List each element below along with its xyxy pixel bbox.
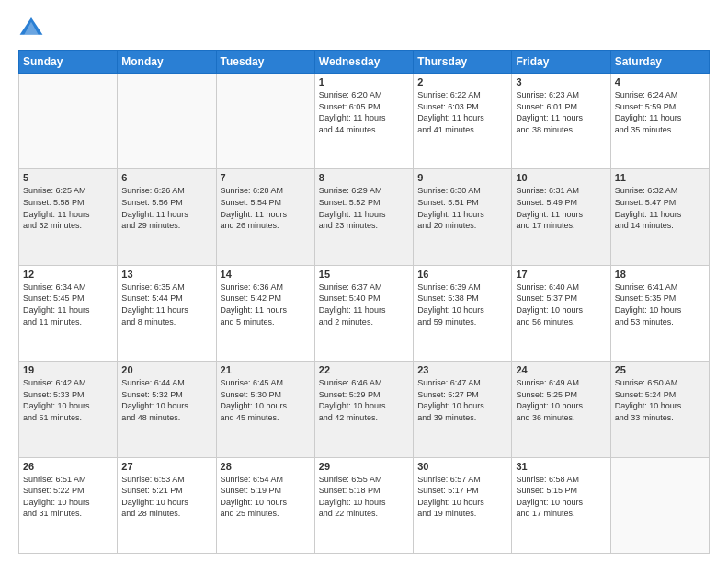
calendar-day-cell: 23Sunrise: 6:47 AM Sunset: 5:27 PM Dayli…	[414, 362, 512, 457]
day-info: Sunrise: 6:45 AM Sunset: 5:30 PM Dayligh…	[221, 377, 311, 423]
calendar-day-cell: 11Sunrise: 6:32 AM Sunset: 5:47 PM Dayli…	[610, 169, 709, 265]
day-number: 6	[121, 172, 211, 183]
calendar-day-cell: 15Sunrise: 6:37 AM Sunset: 5:40 PM Dayli…	[314, 265, 413, 361]
day-info: Sunrise: 6:28 AM Sunset: 5:54 PM Dayligh…	[221, 185, 311, 231]
page: SundayMondayTuesdayWednesdayThursdayFrid…	[0, 0, 728, 563]
day-number: 21	[221, 364, 311, 375]
calendar-day-cell: 16Sunrise: 6:39 AM Sunset: 5:38 PM Dayli…	[414, 265, 512, 361]
day-number: 13	[121, 269, 211, 280]
day-info: Sunrise: 6:32 AM Sunset: 5:47 PM Dayligh…	[615, 185, 705, 231]
calendar-week-row: 12Sunrise: 6:34 AM Sunset: 5:45 PM Dayli…	[19, 265, 710, 361]
day-info: Sunrise: 6:39 AM Sunset: 5:38 PM Dayligh…	[417, 282, 507, 327]
day-info: Sunrise: 6:44 AM Sunset: 5:32 PM Dayligh…	[121, 377, 211, 423]
day-number: 12	[23, 269, 113, 280]
day-number: 5	[23, 172, 113, 183]
calendar-day-cell: 29Sunrise: 6:55 AM Sunset: 5:18 PM Dayli…	[314, 457, 413, 553]
day-info: Sunrise: 6:50 AM Sunset: 5:24 PM Dayligh…	[615, 377, 705, 423]
calendar-day-cell: 31Sunrise: 6:58 AM Sunset: 5:15 PM Dayli…	[512, 457, 610, 553]
day-number: 26	[23, 461, 113, 472]
day-number: 17	[516, 269, 606, 280]
calendar-week-row: 19Sunrise: 6:42 AM Sunset: 5:33 PM Dayli…	[19, 362, 710, 457]
day-info: Sunrise: 6:42 AM Sunset: 5:33 PM Dayligh…	[23, 377, 113, 423]
day-info: Sunrise: 6:30 AM Sunset: 5:51 PM Dayligh…	[417, 185, 507, 231]
calendar-day-cell: 14Sunrise: 6:36 AM Sunset: 5:42 PM Dayli…	[216, 265, 314, 361]
day-number: 15	[319, 269, 409, 280]
day-number: 22	[319, 364, 409, 375]
day-info: Sunrise: 6:53 AM Sunset: 5:21 PM Dayligh…	[121, 474, 211, 520]
day-info: Sunrise: 6:20 AM Sunset: 6:05 PM Dayligh…	[319, 89, 409, 135]
day-info: Sunrise: 6:57 AM Sunset: 5:17 PM Dayligh…	[417, 474, 507, 520]
day-number: 1	[319, 76, 409, 87]
day-number: 27	[121, 461, 211, 472]
day-number: 25	[615, 364, 705, 375]
day-number: 3	[516, 76, 606, 87]
day-info: Sunrise: 6:47 AM Sunset: 5:27 PM Dayligh…	[417, 377, 507, 423]
calendar-day-cell	[610, 457, 709, 553]
day-number: 31	[516, 461, 606, 472]
day-info: Sunrise: 6:46 AM Sunset: 5:29 PM Dayligh…	[319, 377, 409, 423]
day-info: Sunrise: 6:36 AM Sunset: 5:42 PM Dayligh…	[221, 282, 311, 327]
col-header-wednesday: Wednesday	[314, 51, 413, 74]
day-info: Sunrise: 6:49 AM Sunset: 5:25 PM Dayligh…	[516, 377, 606, 423]
calendar-day-cell: 26Sunrise: 6:51 AM Sunset: 5:22 PM Dayli…	[19, 457, 118, 553]
calendar-day-cell: 24Sunrise: 6:49 AM Sunset: 5:25 PM Dayli…	[512, 362, 610, 457]
calendar-day-cell	[19, 74, 118, 169]
header	[18, 15, 710, 40]
day-info: Sunrise: 6:41 AM Sunset: 5:35 PM Dayligh…	[615, 282, 705, 327]
calendar-day-cell: 8Sunrise: 6:29 AM Sunset: 5:52 PM Daylig…	[314, 169, 413, 265]
col-header-friday: Friday	[512, 51, 610, 74]
day-number: 8	[319, 172, 409, 183]
day-info: Sunrise: 6:25 AM Sunset: 5:58 PM Dayligh…	[23, 185, 113, 231]
calendar-day-cell: 3Sunrise: 6:23 AM Sunset: 6:01 PM Daylig…	[512, 74, 610, 169]
col-header-sunday: Sunday	[19, 51, 118, 74]
logo-icon	[18, 15, 44, 40]
logo	[18, 15, 48, 40]
calendar-day-cell: 13Sunrise: 6:35 AM Sunset: 5:44 PM Dayli…	[118, 265, 216, 361]
calendar-header-row: SundayMondayTuesdayWednesdayThursdayFrid…	[19, 51, 710, 74]
calendar-day-cell: 28Sunrise: 6:54 AM Sunset: 5:19 PM Dayli…	[216, 457, 314, 553]
day-number: 20	[121, 364, 211, 375]
calendar-day-cell: 19Sunrise: 6:42 AM Sunset: 5:33 PM Dayli…	[19, 362, 118, 457]
day-info: Sunrise: 6:31 AM Sunset: 5:49 PM Dayligh…	[516, 185, 606, 231]
calendar-day-cell: 2Sunrise: 6:22 AM Sunset: 6:03 PM Daylig…	[414, 74, 512, 169]
calendar-day-cell: 7Sunrise: 6:28 AM Sunset: 5:54 PM Daylig…	[216, 169, 314, 265]
day-info: Sunrise: 6:24 AM Sunset: 5:59 PM Dayligh…	[615, 89, 705, 135]
col-header-tuesday: Tuesday	[216, 51, 314, 74]
day-number: 19	[23, 364, 113, 375]
calendar-day-cell: 1Sunrise: 6:20 AM Sunset: 6:05 PM Daylig…	[314, 74, 413, 169]
calendar-day-cell: 25Sunrise: 6:50 AM Sunset: 5:24 PM Dayli…	[610, 362, 709, 457]
calendar-week-row: 26Sunrise: 6:51 AM Sunset: 5:22 PM Dayli…	[19, 457, 710, 553]
day-info: Sunrise: 6:22 AM Sunset: 6:03 PM Dayligh…	[417, 89, 507, 135]
calendar-day-cell: 5Sunrise: 6:25 AM Sunset: 5:58 PM Daylig…	[19, 169, 118, 265]
calendar-day-cell	[216, 74, 314, 169]
day-info: Sunrise: 6:54 AM Sunset: 5:19 PM Dayligh…	[221, 474, 311, 520]
day-number: 28	[221, 461, 311, 472]
day-number: 4	[615, 76, 705, 87]
calendar-day-cell: 27Sunrise: 6:53 AM Sunset: 5:21 PM Dayli…	[118, 457, 216, 553]
day-info: Sunrise: 6:23 AM Sunset: 6:01 PM Dayligh…	[516, 89, 606, 135]
day-number: 10	[516, 172, 606, 183]
calendar-day-cell: 18Sunrise: 6:41 AM Sunset: 5:35 PM Dayli…	[610, 265, 709, 361]
calendar-day-cell: 21Sunrise: 6:45 AM Sunset: 5:30 PM Dayli…	[216, 362, 314, 457]
day-info: Sunrise: 6:58 AM Sunset: 5:15 PM Dayligh…	[516, 474, 606, 520]
calendar-day-cell: 4Sunrise: 6:24 AM Sunset: 5:59 PM Daylig…	[610, 74, 709, 169]
day-number: 11	[615, 172, 705, 183]
calendar-day-cell: 6Sunrise: 6:26 AM Sunset: 5:56 PM Daylig…	[118, 169, 216, 265]
col-header-monday: Monday	[118, 51, 216, 74]
col-header-thursday: Thursday	[414, 51, 512, 74]
calendar-table: SundayMondayTuesdayWednesdayThursdayFrid…	[18, 50, 710, 554]
calendar-day-cell: 17Sunrise: 6:40 AM Sunset: 5:37 PM Dayli…	[512, 265, 610, 361]
calendar-week-row: 1Sunrise: 6:20 AM Sunset: 6:05 PM Daylig…	[19, 74, 710, 169]
day-info: Sunrise: 6:51 AM Sunset: 5:22 PM Dayligh…	[23, 474, 113, 520]
day-info: Sunrise: 6:40 AM Sunset: 5:37 PM Dayligh…	[516, 282, 606, 327]
day-info: Sunrise: 6:29 AM Sunset: 5:52 PM Dayligh…	[319, 185, 409, 231]
calendar-week-row: 5Sunrise: 6:25 AM Sunset: 5:58 PM Daylig…	[19, 169, 710, 265]
day-info: Sunrise: 6:26 AM Sunset: 5:56 PM Dayligh…	[121, 185, 211, 231]
calendar-day-cell: 12Sunrise: 6:34 AM Sunset: 5:45 PM Dayli…	[19, 265, 118, 361]
calendar-day-cell: 22Sunrise: 6:46 AM Sunset: 5:29 PM Dayli…	[314, 362, 413, 457]
day-number: 23	[417, 364, 507, 375]
day-number: 30	[417, 461, 507, 472]
calendar-day-cell: 9Sunrise: 6:30 AM Sunset: 5:51 PM Daylig…	[414, 169, 512, 265]
day-info: Sunrise: 6:55 AM Sunset: 5:18 PM Dayligh…	[319, 474, 409, 520]
calendar-day-cell: 30Sunrise: 6:57 AM Sunset: 5:17 PM Dayli…	[414, 457, 512, 553]
